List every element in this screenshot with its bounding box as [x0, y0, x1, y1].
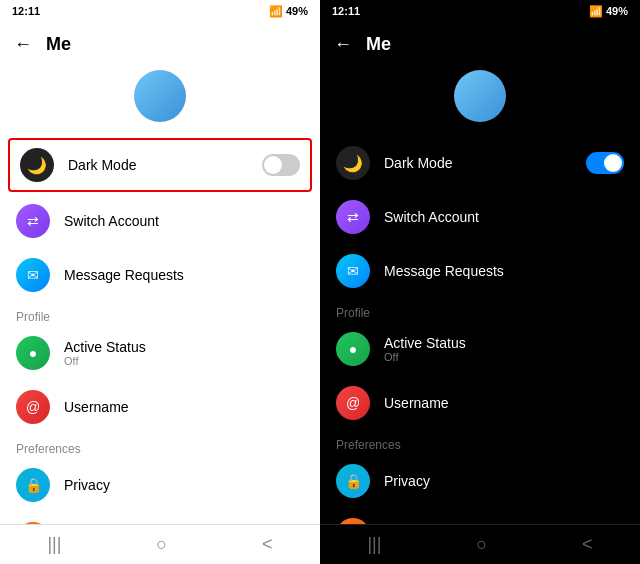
page-title-light: Me: [46, 34, 71, 55]
privacy-item-light[interactable]: 🔒 Privacy: [0, 458, 320, 512]
profile-section-dark: Profile: [320, 298, 640, 322]
active-status-icon-dark: ●: [336, 332, 370, 366]
status-time-left: 12:11: [12, 5, 40, 17]
username-icon-dark: @: [336, 386, 370, 420]
username-item-light[interactable]: @ Username: [0, 380, 320, 434]
message-requests-item-dark[interactable]: ✉ Message Requests: [320, 244, 640, 298]
status-right-dark: 📶 49%: [589, 5, 628, 18]
avatar-light: [134, 70, 186, 122]
switch-account-item-dark[interactable]: ⇄ Switch Account: [320, 190, 640, 244]
dark-mode-label-light: Dark Mode: [68, 157, 262, 173]
active-status-item-light[interactable]: ● Active Status Off: [0, 326, 320, 380]
switch-account-icon-dark: ⇄: [336, 200, 370, 234]
dark-mode-toggle-dark[interactable]: [586, 152, 624, 174]
dark-mode-label-dark: Dark Mode: [384, 155, 586, 171]
dark-panel: 12:11 📶 49% ← Me 🌙 Dark Mode ⇄: [320, 0, 640, 564]
profile-section-light: Profile: [0, 302, 320, 326]
light-panel: 12:11 📶 49% ← Me 🌙 Dark Mode: [0, 0, 320, 564]
status-bar-dark: 12:11 📶 49%: [320, 0, 640, 22]
dark-mode-item-dark[interactable]: 🌙 Dark Mode: [320, 136, 640, 190]
username-item-dark[interactable]: @ Username: [320, 376, 640, 430]
privacy-icon-dark: 🔒: [336, 464, 370, 498]
status-time-dark: 12:11: [332, 5, 360, 17]
switch-account-label-dark: Switch Account: [384, 209, 624, 225]
username-icon-light: @: [16, 390, 50, 424]
message-requests-label-light: Message Requests: [64, 267, 304, 283]
avatar-icon-light: 👤: [16, 522, 50, 524]
active-status-label-light: Active Status Off: [64, 339, 304, 367]
wifi-icon: 📶: [269, 5, 283, 18]
avatar-icon-dark: 👤: [336, 518, 370, 524]
menu-list-light: 🌙 Dark Mode ⇄ Switch Account ✉ Message R…: [0, 136, 320, 524]
dark-mode-item-light[interactable]: 🌙 Dark Mode: [8, 138, 312, 192]
username-label-dark: Username: [384, 395, 624, 411]
menu-list-dark: 🌙 Dark Mode ⇄ Switch Account ✉ Message R…: [320, 136, 640, 524]
avatar-dark: [454, 70, 506, 122]
bottom-nav-light: ||| ○ <: [0, 524, 320, 564]
switch-account-label-light: Switch Account: [64, 213, 304, 229]
active-status-icon-light: ●: [16, 336, 50, 370]
bottom-nav-dark: ||| ○ <: [320, 524, 640, 564]
privacy-icon-light: 🔒: [16, 468, 50, 502]
header-dark: ← Me: [320, 22, 640, 66]
status-bar-light: 12:11 📶 49%: [0, 0, 320, 22]
profile-area-light: [0, 66, 320, 136]
nav-home-light[interactable]: ○: [156, 534, 167, 555]
active-status-item-dark[interactable]: ● Active Status Off: [320, 322, 640, 376]
dark-mode-toggle-light[interactable]: [262, 154, 300, 176]
switch-account-item-light[interactable]: ⇄ Switch Account: [0, 194, 320, 248]
dark-mode-icon-light: 🌙: [20, 148, 54, 182]
username-label-light: Username: [64, 399, 304, 415]
nav-menu-dark[interactable]: |||: [367, 534, 381, 555]
battery-dark: 49%: [606, 5, 628, 17]
switch-account-icon-light: ⇄: [16, 204, 50, 238]
nav-back-light[interactable]: <: [262, 534, 273, 555]
back-button-light[interactable]: ←: [14, 34, 32, 55]
privacy-item-dark[interactable]: 🔒 Privacy: [320, 454, 640, 508]
avatar-item-light[interactable]: 👤 Avatar: [0, 512, 320, 524]
profile-area-dark: [320, 66, 640, 136]
back-button-dark[interactable]: ←: [334, 34, 352, 55]
privacy-label-dark: Privacy: [384, 473, 624, 489]
status-right-light: 📶 49%: [269, 5, 308, 18]
preferences-section-dark: Preferences: [320, 430, 640, 454]
preferences-section-light: Preferences: [0, 434, 320, 458]
page-title-dark: Me: [366, 34, 391, 55]
message-requests-label-dark: Message Requests: [384, 263, 624, 279]
avatar-item-dark[interactable]: 👤 Avatar: [320, 508, 640, 524]
nav-home-dark[interactable]: ○: [476, 534, 487, 555]
battery-light: 49%: [286, 5, 308, 17]
active-status-sub-dark: Off: [384, 351, 624, 363]
dark-mode-icon-dark: 🌙: [336, 146, 370, 180]
message-requests-icon-light: ✉: [16, 258, 50, 292]
privacy-label-light: Privacy: [64, 477, 304, 493]
active-status-sub-light: Off: [64, 355, 304, 367]
active-status-label-dark: Active Status Off: [384, 335, 624, 363]
header-light: ← Me: [0, 22, 320, 66]
nav-back-dark[interactable]: <: [582, 534, 593, 555]
nav-menu-light[interactable]: |||: [47, 534, 61, 555]
message-requests-item-light[interactable]: ✉ Message Requests: [0, 248, 320, 302]
message-requests-icon-dark: ✉: [336, 254, 370, 288]
wifi-icon-dark: 📶: [589, 5, 603, 18]
